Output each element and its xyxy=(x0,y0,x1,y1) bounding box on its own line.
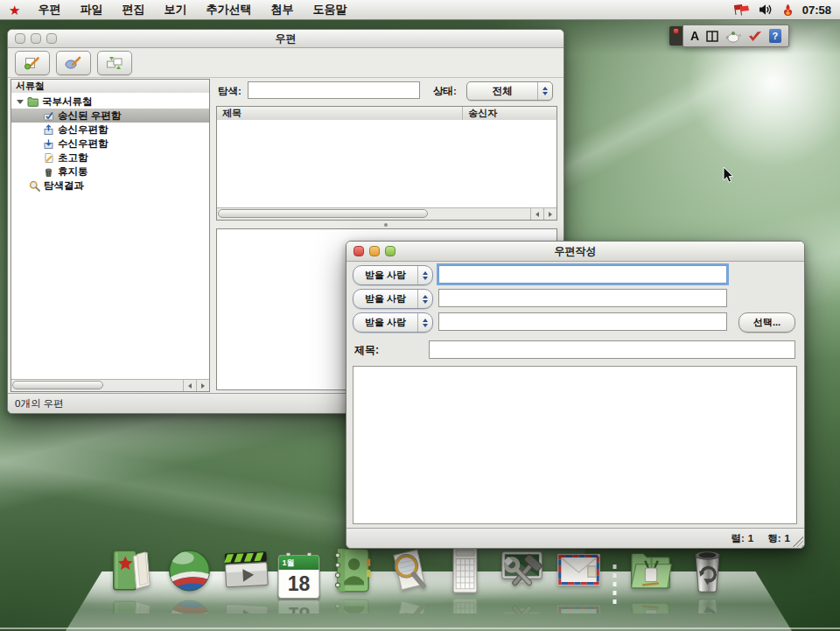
recipient-type-select-2[interactable]: 받을 사람 xyxy=(353,289,433,309)
scroll-right-button[interactable] xyxy=(543,208,556,220)
edit-mail-icon xyxy=(65,56,82,70)
menu-view[interactable]: 보기 xyxy=(154,0,196,19)
column-sender[interactable]: 송신자 xyxy=(463,107,556,120)
expander-icon[interactable] xyxy=(17,100,24,104)
resize-grip[interactable] xyxy=(793,536,803,547)
tree-item-inbox[interactable]: 수신우편함 xyxy=(11,137,209,151)
dock-mail[interactable] xyxy=(554,544,605,613)
menu-edit[interactable]: 편집 xyxy=(112,0,154,19)
stepper-icon[interactable] xyxy=(537,82,552,100)
zoom-button[interactable] xyxy=(46,33,57,44)
clock[interactable]: 07:58 xyxy=(802,4,831,17)
flame-icon[interactable] xyxy=(782,4,794,17)
minimize-button[interactable] xyxy=(31,33,41,44)
tree-item-sent-mailbox[interactable]: 송신된 우편함 xyxy=(11,109,209,123)
stepper-icon[interactable] xyxy=(417,266,432,284)
close-dot-icon[interactable] xyxy=(673,28,679,34)
tree-item-drafts[interactable]: 초고함 xyxy=(11,151,209,165)
search-icon xyxy=(29,180,40,192)
dock-utilities-folder[interactable] xyxy=(626,544,676,613)
tree-item-local-folders[interactable]: 국부서류철 xyxy=(11,95,209,109)
menu-extra[interactable]: 추가선택 xyxy=(196,0,261,19)
tree-item-label: 송신우편함 xyxy=(58,123,108,137)
tree-item-trash[interactable]: 휴지통 xyxy=(11,165,209,179)
menu-attach[interactable]: 첨부 xyxy=(261,0,303,19)
sidebar-horizontal-scrollbar[interactable] xyxy=(11,379,209,391)
dock-trash[interactable] xyxy=(682,544,733,613)
recipient-input-3[interactable] xyxy=(438,312,727,331)
status-dropdown[interactable]: 전체 xyxy=(466,81,553,101)
compose-window: 우편작성 받을 사람 받을 사람 받을 사람 선택... 제목: 렬: 1 행:… xyxy=(346,241,805,549)
send-receive-button[interactable] xyxy=(97,51,132,75)
list-horizontal-scrollbar[interactable] xyxy=(217,207,556,220)
message-list-body[interactable] xyxy=(217,120,556,208)
dock-items: 1월 18 1월 18 xyxy=(108,544,733,613)
edit-mail-button[interactable] xyxy=(56,51,91,75)
volume-icon[interactable] xyxy=(759,4,774,16)
recipient-type-label: 받을 사람 xyxy=(354,292,417,305)
tree-item-outbox[interactable]: 송신우편함 xyxy=(11,123,209,137)
airmail-envelope-icon xyxy=(554,544,605,595)
red-star-icon[interactable]: ★ xyxy=(9,4,20,17)
dock-address-book[interactable] xyxy=(326,544,377,613)
font-icon[interactable]: A xyxy=(690,29,699,43)
recipient-input-2[interactable] xyxy=(438,289,727,307)
folder-sidebar: 서류철 국부서류철 송신된 우편함 송신우편함 수신우편함 초고함 xyxy=(10,79,210,392)
dock-calculator[interactable] xyxy=(440,544,491,613)
stepper-icon[interactable] xyxy=(417,290,432,308)
window-title: 우편 xyxy=(276,32,297,46)
recipient-type-select-1[interactable]: 받을 사람 xyxy=(353,265,433,285)
menu-bar: ★ 우편 파일 편집 보기 추가선택 첨부 도움말 07:58 xyxy=(0,0,840,20)
close-button[interactable] xyxy=(15,33,25,44)
select-contact-button[interactable]: 선택... xyxy=(738,312,795,333)
stepper-icon[interactable] xyxy=(417,313,432,332)
menu-mail[interactable]: 우편 xyxy=(28,0,70,19)
dock-system-tools[interactable] xyxy=(497,544,548,613)
recipient-input-1[interactable] xyxy=(438,265,727,284)
check-icon[interactable] xyxy=(748,31,762,42)
dock-file-search[interactable] xyxy=(383,544,434,613)
recipient-type-select-3[interactable]: 받을 사람 xyxy=(353,312,433,333)
compose-mail-button[interactable] xyxy=(15,51,50,75)
teapot-icon[interactable] xyxy=(725,30,741,43)
mail-toolbar xyxy=(8,48,564,78)
split-view-icon[interactable] xyxy=(706,31,718,42)
widget-handle[interactable] xyxy=(669,26,682,46)
dock-media-player[interactable] xyxy=(221,544,272,613)
tree-item-label: 탐색결과 xyxy=(44,179,84,193)
status-dropdown-value: 전체 xyxy=(467,85,537,98)
compose-titlebar[interactable]: 우편작성 xyxy=(346,242,804,262)
column-subject[interactable]: 제목 xyxy=(217,107,463,120)
close-button[interactable] xyxy=(354,246,364,256)
compose-icon xyxy=(24,56,41,70)
scroll-right-button[interactable] xyxy=(196,380,209,391)
menu-help[interactable]: 도움말 xyxy=(303,0,356,19)
message-body-input[interactable] xyxy=(353,366,797,524)
search-input[interactable] xyxy=(248,81,420,99)
desktop-widget: A ? xyxy=(669,25,789,47)
utilities-folder-icon xyxy=(626,544,676,595)
tree-item-search-results[interactable]: 탐색결과 xyxy=(11,179,209,193)
dock: 1월 18 1월 18 xyxy=(0,536,840,631)
subject-label: 제목: xyxy=(354,343,379,358)
dock-documents-viewer[interactable] xyxy=(108,544,158,613)
scroll-left-button[interactable] xyxy=(183,380,196,391)
clapperboard-icon xyxy=(221,544,272,595)
mail-window-titlebar[interactable]: 우편 xyxy=(8,30,564,48)
menu-file[interactable]: 파일 xyxy=(70,0,112,19)
zoom-button[interactable] xyxy=(385,246,396,256)
flag-icon[interactable] xyxy=(732,4,750,16)
subject-input[interactable] xyxy=(429,340,795,359)
filter-row: 탐색: 상태: 전체 xyxy=(216,81,557,102)
dock-web-browser[interactable] xyxy=(164,544,215,613)
help-icon[interactable]: ? xyxy=(769,29,781,43)
dock-calendar[interactable]: 1월 18 1월 18 xyxy=(278,555,320,613)
calendar-month: 1월 xyxy=(283,557,295,569)
minimize-button[interactable] xyxy=(369,246,380,256)
calculator-icon xyxy=(440,544,491,595)
scroll-left-button[interactable] xyxy=(530,208,543,220)
scrollbar-thumb[interactable] xyxy=(218,209,428,218)
calendar-day: 18 xyxy=(279,570,319,598)
scrollbar-thumb[interactable] xyxy=(12,381,103,389)
splitter-handle[interactable] xyxy=(384,223,388,227)
